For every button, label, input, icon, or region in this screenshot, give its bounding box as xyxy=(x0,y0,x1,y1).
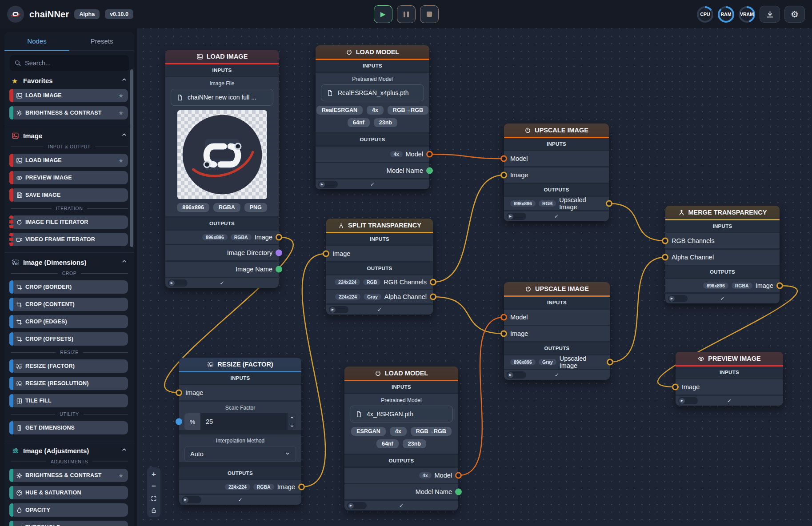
image-output-handle[interactable] xyxy=(606,200,612,207)
tab-nodes[interactable]: Nodes xyxy=(4,32,69,50)
download-icon xyxy=(766,10,774,19)
lock-canvas-button[interactable] xyxy=(148,505,159,516)
text-output-handle[interactable] xyxy=(276,266,282,273)
sidebar-item-crop-offsets[interactable]: CROP (OFFSETS) xyxy=(11,332,128,346)
node-run-toggle[interactable]: ▶ xyxy=(182,496,201,503)
export-button[interactable] xyxy=(760,6,780,23)
sidebar-item-get-dimensions[interactable]: GET DIMENSIONS xyxy=(11,421,128,434)
sidebar-item-tile-fill[interactable]: TILE FILL xyxy=(11,394,128,407)
sidebar-item-preview-image[interactable]: PREVIEW IMAGE xyxy=(11,171,128,184)
node-header[interactable]: LOAD IMAGE xyxy=(165,50,279,64)
image-output-handle[interactable] xyxy=(430,294,436,300)
node-header[interactable]: UPSCALE IMAGE xyxy=(504,124,609,138)
sidebar-item-crop-border[interactable]: CROP (BORDER) xyxy=(11,280,128,294)
sidebar-item-image-file-iterator[interactable]: IMAGE FILE ITERATOR xyxy=(11,215,128,229)
node-merge-transparency: MERGE TRANSPARENCY INPUTS RGB Channels A… xyxy=(665,206,780,303)
pause-button[interactable] xyxy=(397,5,416,23)
sidebar-item-save-image[interactable]: SAVE IMAGE xyxy=(11,188,128,202)
sidebar-item-brightness-contrast[interactable]: BRIGHTNESS & CONTRAST ★ xyxy=(11,469,128,482)
section-image[interactable]: Image xyxy=(12,132,127,139)
favorite-star-icon[interactable]: ★ xyxy=(118,110,124,116)
model-input-handle[interactable] xyxy=(500,314,507,321)
model-file-input[interactable]: 4x_BSRGAN.pth xyxy=(350,406,453,422)
valid-check-icon: ✓ xyxy=(377,307,382,313)
sidebar-item-crop-content[interactable]: CROP (CONTENT) xyxy=(11,298,128,311)
section-image-dimensions[interactable]: Image (Dimensions) xyxy=(12,258,127,266)
section-favorites[interactable]: ★ Favorites xyxy=(12,76,127,84)
section-image-adjustments[interactable]: Image (Adjustments) xyxy=(12,446,127,454)
sidebar-item-resize-resolution[interactable]: RESIZE (RESOLUTION) xyxy=(11,377,128,390)
inputs-band: INPUTS xyxy=(676,367,783,378)
sidebar-item-resize-factor[interactable]: RESIZE (FACTOR) xyxy=(11,359,128,373)
node-run-toggle[interactable]: ▶ xyxy=(507,213,526,220)
sidebar-item-opacity[interactable]: OPACITY xyxy=(11,503,128,517)
sidebar-item-load-image[interactable]: LOAD IMAGE ★ xyxy=(11,154,128,167)
stop-button[interactable] xyxy=(420,5,439,23)
zoom-in-button[interactable]: + xyxy=(148,469,159,480)
image-input-handle[interactable] xyxy=(662,238,668,244)
node-header[interactable]: UPSCALE IMAGE xyxy=(504,282,610,297)
image-input-handle[interactable] xyxy=(176,390,182,396)
sidebar-item-hue-saturation[interactable]: HUE & SATURATION xyxy=(11,486,128,499)
fit-view-button[interactable] xyxy=(148,493,159,504)
image-output-handle[interactable] xyxy=(430,279,436,286)
sidebar-scrollbar[interactable] xyxy=(130,69,133,247)
node-run-toggle[interactable]: ▶ xyxy=(318,181,338,188)
sidebar-item-brightness-contrast[interactable]: BRIGHTNESS & CONTRAST ★ xyxy=(11,106,128,120)
text-output-handle[interactable] xyxy=(426,167,433,174)
settings-button[interactable]: ⚙ xyxy=(784,6,805,23)
search-input[interactable] xyxy=(25,60,124,67)
favorite-star-icon[interactable]: ★ xyxy=(118,92,124,99)
zoom-out-button[interactable]: − xyxy=(148,481,159,492)
node-header[interactable]: MERGE TRANSPARENCY xyxy=(665,206,780,220)
stepper-up-button[interactable] xyxy=(288,413,296,422)
node-header[interactable]: LOAD MODEL xyxy=(316,45,429,60)
node-run-toggle[interactable]: ▶ xyxy=(678,397,698,404)
image-file-input[interactable]: chaiNNer new icon full ... xyxy=(171,89,273,106)
sidebar-item-video-frame-iterator[interactable]: VIDEO FRAME ITERATOR xyxy=(11,233,128,246)
file-icon xyxy=(176,94,183,101)
file-icon xyxy=(356,411,362,418)
sidebar-item-load-image[interactable]: LOAD IMAGE ★ xyxy=(11,89,128,102)
node-run-toggle[interactable]: ▶ xyxy=(329,306,348,313)
tab-presets[interactable]: Presets xyxy=(69,32,134,50)
version-badge: v0.10.0 xyxy=(105,9,133,19)
stepper-down-button[interactable] xyxy=(288,422,296,430)
scale-factor-value[interactable]: 25 xyxy=(200,413,288,430)
node-run-toggle[interactable]: ▶ xyxy=(347,502,367,509)
valid-check-icon: ✓ xyxy=(238,497,242,503)
image-input-handle[interactable] xyxy=(662,254,668,261)
chainner-logo-preview xyxy=(181,113,264,196)
directory-output-handle[interactable] xyxy=(276,250,282,256)
play-icon: ▶ xyxy=(669,296,675,302)
favorite-star-icon[interactable]: ★ xyxy=(118,472,124,479)
node-run-toggle[interactable]: ▶ xyxy=(168,279,188,287)
image-output-handle[interactable] xyxy=(298,484,305,490)
model-input-handle[interactable] xyxy=(500,155,507,162)
node-header[interactable]: SPLIT TRANSPARENCY xyxy=(326,219,433,233)
model-output-handle[interactable] xyxy=(426,151,433,158)
model-file-input[interactable]: RealESRGAN_x4plus.pth xyxy=(321,84,424,101)
image-output-handle[interactable] xyxy=(276,234,282,241)
node-header[interactable]: PREVIEW IMAGE xyxy=(676,352,783,367)
image-input-handle[interactable] xyxy=(500,172,507,179)
favorite-star-icon[interactable]: ★ xyxy=(118,157,124,164)
sidebar-item-crop-edges[interactable]: CROP (EDGES) xyxy=(11,315,128,328)
text-output-handle[interactable] xyxy=(455,489,462,495)
node-header[interactable]: RESIZE (FACTOR) xyxy=(179,358,301,372)
image-input-handle[interactable] xyxy=(672,384,679,391)
sidebar-item-threshold[interactable]: THRESHOLD xyxy=(11,521,128,526)
image-input-handle[interactable] xyxy=(500,331,507,337)
image-output-handle[interactable] xyxy=(607,359,613,366)
run-button[interactable]: ▶ xyxy=(374,5,392,23)
number-input-handle[interactable] xyxy=(176,418,182,425)
image-output-handle[interactable] xyxy=(776,283,783,289)
node-header[interactable]: LOAD MODEL xyxy=(344,367,458,381)
nf-tag: 64nf xyxy=(348,118,370,127)
interpolation-select[interactable]: Auto xyxy=(184,446,296,462)
node-run-toggle[interactable]: ▶ xyxy=(668,295,688,302)
model-output-handle[interactable] xyxy=(455,472,462,479)
number-steppers xyxy=(288,413,296,430)
node-run-toggle[interactable]: ▶ xyxy=(507,371,526,379)
image-input-handle[interactable] xyxy=(323,251,329,257)
